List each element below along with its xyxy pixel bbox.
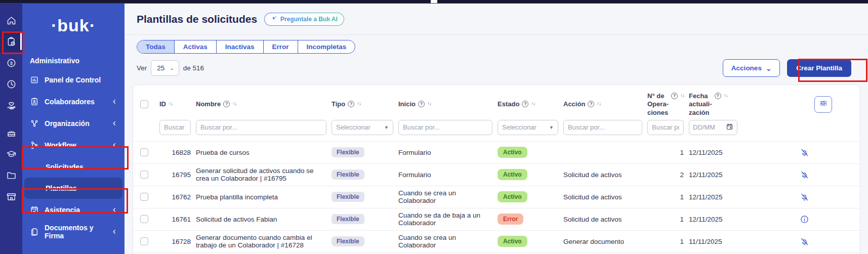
list-controls-row: Ver 25 ⌄ de 516 Acciones ⌄ Crear Plantil… — [137, 59, 856, 77]
row-checkbox[interactable] — [140, 148, 148, 156]
notifications-off-icon[interactable] — [800, 170, 809, 180]
chevron-left-icon — [111, 229, 117, 235]
sidebar-item-label: Panel de Control — [45, 76, 101, 84]
rail-graduation-cap-icon[interactable] — [0, 143, 22, 164]
window-top-bar-notch — [431, 0, 437, 3]
tab-inactivas[interactable]: Inactivas — [217, 40, 264, 53]
svg-text:$: $ — [10, 60, 13, 66]
table-row[interactable]: 16795 Generar solicitud de activos cuand… — [133, 164, 860, 186]
info-icon[interactable] — [800, 215, 809, 224]
acciones-button[interactable]: Acciones ⌄ — [723, 59, 780, 77]
main-content: Plantillas de solicitudes Preguntale a B… — [125, 4, 868, 254]
table-row[interactable]: 16728 Generar documento cuando cambia el… — [133, 231, 860, 253]
sidebar-item-plantillas[interactable]: Plantillas — [24, 178, 122, 199]
status-filter-tabs: TodasActivasInactivasErrorIncompletas — [137, 40, 355, 54]
rail-hand-heart-icon[interactable] — [0, 95, 22, 116]
sort-icon[interactable]: ↑↓ — [232, 101, 236, 107]
sidebar-item-workflow[interactable]: Workflow — [22, 134, 125, 156]
help-icon[interactable]: ? — [418, 101, 425, 107]
select-all-checkbox[interactable] — [140, 100, 148, 108]
preview-eye-icon[interactable] — [820, 215, 830, 224]
preview-eye-icon[interactable] — [820, 170, 830, 180]
sort-icon[interactable]: ↑↓ — [169, 101, 173, 107]
rail-clock-icon[interactable] — [0, 73, 22, 95]
table-row[interactable]: 16761 Solicitud de activos Fabian Flexib… — [133, 208, 860, 231]
rail-home-icon[interactable] — [0, 10, 22, 31]
row-checkbox[interactable] — [140, 215, 148, 223]
sidebar-item-colaboradores[interactable]: Colaboradores — [22, 91, 125, 112]
tipo-badge: Flexible — [332, 170, 364, 180]
row-checkbox[interactable] — [140, 171, 148, 179]
cell-nombre: Prueba de cursos — [196, 149, 332, 156]
tab-activas[interactable]: Activas — [175, 40, 217, 53]
cell-inicio: Formulario — [398, 149, 498, 156]
filter-nombre-input[interactable] — [196, 120, 326, 135]
page-size-value: 25 — [157, 64, 164, 72]
row-checkbox[interactable] — [140, 193, 148, 201]
sidebar-item-solicitudes[interactable]: Solicitudes — [22, 156, 125, 178]
rail-clipboard-clock-icon[interactable] — [0, 31, 22, 52]
sort-icon[interactable]: ↑↓ — [357, 101, 361, 107]
help-icon[interactable]: ? — [715, 93, 721, 99]
filter-accion-input[interactable] — [563, 120, 642, 135]
kebab-menu-icon[interactable] — [840, 215, 850, 224]
help-icon[interactable]: ? — [588, 101, 594, 107]
preview-eye-icon[interactable] — [820, 192, 830, 202]
notifications-off-icon[interactable] — [800, 237, 809, 246]
filter-fecha-input[interactable]: DD/MM — [689, 120, 737, 135]
sidebar-item-asistencia[interactable]: Asistencia — [22, 199, 125, 221]
crear-plantilla-button[interactable]: Crear Plantilla — [787, 59, 851, 77]
filter-id-input[interactable] — [159, 120, 191, 135]
kebab-menu-icon[interactable] — [840, 170, 850, 180]
kebab-menu-icon[interactable] — [840, 148, 850, 157]
kebab-menu-icon[interactable] — [840, 237, 850, 246]
sort-icon[interactable]: ↑↓ — [680, 93, 684, 99]
preview-eye-icon[interactable] — [820, 237, 830, 246]
rail-folder-icon[interactable] — [0, 164, 22, 186]
column-settings-button[interactable] — [814, 96, 832, 113]
sort-icon[interactable]: ↑↓ — [427, 101, 431, 107]
estado-badge: Activo — [498, 236, 527, 247]
notifications-off-icon[interactable] — [800, 192, 809, 202]
filter-operaciones-input[interactable] — [647, 120, 684, 135]
page-size-select[interactable]: 25 ⌄ — [151, 60, 179, 76]
rail-cake-icon[interactable] — [0, 122, 22, 143]
filter-inicio-input[interactable] — [398, 120, 492, 135]
cell-accion: Solicitud de activos — [563, 171, 647, 179]
sidebar-item-panel-de-control[interactable]: Panel de Control — [22, 69, 125, 91]
cell-fecha: 12/11/2025 — [689, 216, 742, 223]
ask-buk-ai-button[interactable]: Preguntale a Buk AI — [264, 13, 344, 26]
cell-operaciones: 1 — [647, 193, 689, 201]
column-label: Estado — [498, 100, 519, 108]
sort-icon[interactable]: ↑↓ — [597, 101, 601, 107]
rail-storefront-icon[interactable] — [0, 186, 22, 207]
caret-down-icon: ▼ — [384, 125, 389, 130]
tab-incompletas[interactable]: Incompletas — [298, 40, 355, 53]
preview-eye-icon[interactable] — [820, 148, 830, 157]
documents-icon — [30, 227, 39, 236]
column-header-fecha: Fecha actuali- zación ? ↑↓ — [689, 92, 742, 117]
row-checkbox[interactable] — [140, 237, 148, 245]
sidebar-item-documentos-y-firma[interactable]: Documentos y Firma — [22, 221, 125, 242]
sort-icon[interactable]: ↑↓ — [724, 93, 728, 99]
filter-estado-select[interactable]: Seleccionar▼ — [498, 120, 558, 135]
column-header-inicio: Inicio ? ↑↓ — [398, 100, 498, 108]
filter-tipo-select[interactable]: Seleccionar▼ — [332, 120, 393, 135]
sort-icon[interactable]: ↑↓ — [531, 101, 535, 107]
table-row[interactable]: 16828 Prueba de cursos Flexible Formular… — [133, 142, 860, 164]
help-icon[interactable]: ? — [348, 101, 354, 107]
cell-accion: Solicitud de activos — [563, 216, 647, 223]
help-icon[interactable]: ? — [522, 101, 528, 107]
help-icon[interactable]: ? — [671, 93, 678, 99]
table-row[interactable]: 16762 Prueba plantilla incompleta Flexib… — [133, 186, 860, 208]
column-header-operaciones: N° de Opera- ciones ? ↑↓ — [647, 92, 689, 117]
sidebar-item-organizaci-n[interactable]: Organización — [22, 112, 125, 134]
table-filter-row: Seleccionar▼ Seleccionar▼ DD/MM — [133, 120, 860, 142]
tab-todas[interactable]: Todas — [137, 40, 175, 53]
notifications-off-icon[interactable] — [800, 148, 809, 157]
kebab-menu-icon[interactable] — [840, 192, 850, 202]
tab-error[interactable]: Error — [264, 40, 298, 53]
help-icon[interactable]: ? — [223, 101, 230, 107]
chevron-left-icon — [111, 207, 117, 213]
rail-dollar-coin-icon[interactable]: $ — [0, 52, 22, 73]
